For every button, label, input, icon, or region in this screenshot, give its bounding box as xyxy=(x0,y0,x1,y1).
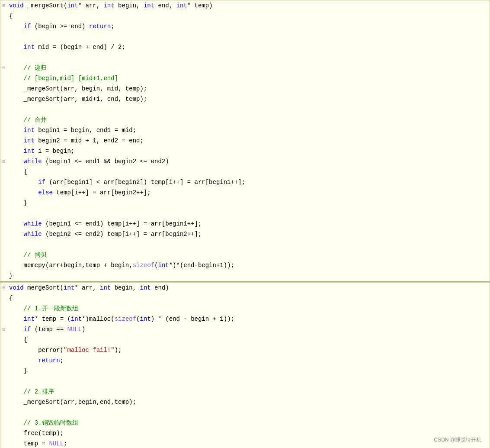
code-line xyxy=(0,32,490,42)
token-str: "malloc fail!" xyxy=(64,347,115,354)
token-plain: ; xyxy=(60,357,64,364)
token-kw: void xyxy=(9,2,24,9)
token-plain xyxy=(9,189,38,196)
token-plain: *)*(end-begin+1)); xyxy=(169,262,234,269)
code-content: else temp[i++] = arr[begin2++]; xyxy=(7,188,490,197)
token-kw: if xyxy=(24,23,31,30)
token-kw: int xyxy=(24,137,35,144)
token-plain xyxy=(9,137,24,144)
code-content: int i = begin; xyxy=(7,146,490,156)
code-line: int mid = (begin + end) / 2; xyxy=(0,42,490,52)
token-kw: void xyxy=(9,284,24,291)
code-content: while (begin1 <= end1 && begin2 <= end2) xyxy=(7,157,490,166)
token-plain: mergeSort( xyxy=(24,284,64,291)
token-plain xyxy=(9,23,24,30)
code-content xyxy=(7,53,490,62)
code-content: // 2.排序 xyxy=(7,387,490,396)
token-kw: int xyxy=(24,44,35,51)
code-line: temp = NULL; xyxy=(0,438,490,448)
token-plain xyxy=(9,357,38,364)
code-content: memcpy(arr+begin,temp + begin,sizeof(int… xyxy=(7,261,490,270)
token-kw: int xyxy=(140,316,151,322)
token-kw: int xyxy=(140,284,151,291)
token-plain xyxy=(9,305,24,312)
code-content: } xyxy=(7,366,490,376)
code-content: { xyxy=(7,167,490,177)
token-plain xyxy=(9,64,24,71)
token-plain: * arr, xyxy=(78,2,104,9)
code-content: int mid = (begin + end) / 2; xyxy=(7,42,490,52)
token-plain: end, xyxy=(154,2,176,9)
code-line: ⊟ if (temp == NULL) xyxy=(0,324,490,335)
token-plain: (begin >= end) xyxy=(31,23,89,30)
code-content: void mergeSort(int* arr, int begin, int … xyxy=(7,283,490,293)
token-plain: _mergeSort(arr,begin,end,temp); xyxy=(9,399,136,406)
token-plain: { xyxy=(9,13,13,19)
token-plain xyxy=(9,388,24,395)
token-plain: ) xyxy=(82,326,85,333)
code-content xyxy=(7,377,490,386)
token-cn: // 递归 xyxy=(24,64,47,71)
token-kw: int xyxy=(158,262,169,269)
token-cn: // 合并 xyxy=(24,116,47,123)
code-content: { xyxy=(7,293,490,303)
code-content: while (begin2 <= end2) temp[i++] = arr[b… xyxy=(7,229,490,239)
code-content: if (arr[begin1] < arr[begin2]) temp[i++]… xyxy=(7,177,490,187)
code-line: int* temp = (int*)malloc(sizeof(int) * (… xyxy=(0,314,490,324)
code-line: ⊟ while (begin1 <= end1 && begin2 <= end… xyxy=(0,156,490,167)
token-plain xyxy=(9,148,24,155)
token-plain: begin2 = mid + 1, end2 = end; xyxy=(35,137,144,144)
code-content xyxy=(7,240,490,249)
fold-gutter[interactable]: ⊟ xyxy=(0,63,7,73)
token-plain: * arr, xyxy=(74,284,100,291)
token-plain: end) xyxy=(151,284,169,291)
code-block-1: ⊟void _mergeSort(int* arr, int begin, in… xyxy=(0,0,490,281)
fold-gutter[interactable]: ⊟ xyxy=(0,157,7,166)
code-line: _mergeSort(arr, mid+1, end, temp); xyxy=(0,94,490,104)
token-plain: free(temp); xyxy=(9,430,64,437)
token-plain: begin, xyxy=(111,284,140,291)
code-content: _mergeSort(arr, mid+1, end, temp); xyxy=(7,94,490,104)
code-line: perror("malloc fail!"); xyxy=(0,345,490,355)
token-plain: *)malloc( xyxy=(82,316,115,322)
token-plain: temp[i++] = arr[begin2++]; xyxy=(53,189,151,196)
code-content: int begin1 = begin, end1 = mid; xyxy=(7,126,490,135)
code-line: // 2.排序 xyxy=(0,387,490,397)
code-line xyxy=(0,208,490,219)
code-content: _mergeSort(arr,begin,end,temp); xyxy=(7,397,490,407)
token-kw: if xyxy=(24,326,31,333)
token-plain: begin, xyxy=(115,2,144,9)
token-kw: if xyxy=(38,179,45,186)
token-plain xyxy=(9,179,38,186)
token-plain: perror( xyxy=(9,347,64,354)
code-line: if (arr[begin1] < arr[begin2]) temp[i++]… xyxy=(0,177,490,187)
code-line: if (begin >= end) return; xyxy=(0,21,490,32)
token-plain: (arr[begin1] < arr[begin2]) temp[i++] = … xyxy=(45,179,245,186)
fold-gutter[interactable]: ⊟ xyxy=(0,325,7,334)
token-plain xyxy=(9,316,24,322)
code-container: ⊟void _mergeSort(int* arr, int begin, in… xyxy=(0,0,490,448)
code-line xyxy=(0,376,490,387)
code-content: if (begin >= end) return; xyxy=(7,22,490,31)
code-line: _mergeSort(arr, begin, mid, temp); xyxy=(0,84,490,94)
token-plain xyxy=(9,251,24,258)
code-line: { xyxy=(0,335,490,345)
token-kw: int xyxy=(24,316,35,322)
watermark: CSDN @睡觉待开机 xyxy=(434,436,481,444)
token-kw: else xyxy=(38,189,53,196)
token-plain: ( xyxy=(136,316,140,322)
fold-gutter[interactable]: ⊟ xyxy=(0,283,7,293)
token-plain: (temp == xyxy=(31,326,67,333)
token-plain: { xyxy=(9,295,13,302)
token-plain xyxy=(9,326,24,333)
token-kw: int xyxy=(144,2,154,9)
code-content xyxy=(7,408,490,417)
code-content: perror("malloc fail!"); xyxy=(7,345,490,355)
token-macro: sizeof xyxy=(115,316,136,322)
code-content: _mergeSort(arr, begin, mid, temp); xyxy=(7,84,490,93)
token-kw: return xyxy=(38,357,60,364)
token-plain xyxy=(9,158,24,165)
token-kw: while xyxy=(24,158,42,165)
fold-gutter[interactable]: ⊟ xyxy=(0,1,7,10)
code-content: void _mergeSort(int* arr, int begin, int… xyxy=(7,1,490,10)
